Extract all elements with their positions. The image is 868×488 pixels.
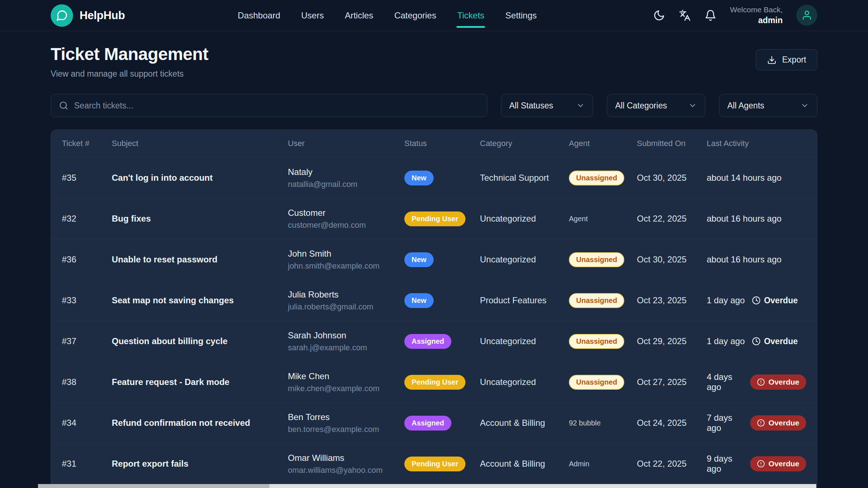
status-cell: New: [404, 252, 480, 267]
username: admin: [730, 15, 783, 26]
filter-bar: All Statuses All Categories All Agents: [51, 94, 817, 117]
agent-cell: Agent: [569, 215, 637, 223]
user-cell: John Smith john.smith@example.com: [288, 249, 404, 271]
status-badge: New: [404, 252, 434, 267]
user-cell: Ben Torres ben.torres@example.com: [288, 412, 404, 434]
search-input[interactable]: [74, 101, 479, 111]
agent-cell: 92 bubble: [569, 419, 637, 427]
nav-articles[interactable]: Articles: [344, 8, 374, 23]
last-activity-time: 4 days ago: [707, 372, 743, 392]
user-name: Julia Roberts: [288, 290, 404, 300]
user-name: Nataly: [288, 167, 404, 177]
ticket-number: #37: [62, 336, 112, 346]
ticket-number: #32: [62, 214, 112, 224]
status-badge: Pending User: [404, 211, 465, 226]
submitted-date: Oct 30, 2025: [637, 173, 707, 183]
ticket-subject: Can't log in into account: [112, 173, 288, 183]
agent-label: Admin: [569, 460, 590, 468]
main-content: Ticket Management View and manage all su…: [0, 44, 868, 488]
dark-mode-toggle[interactable]: [653, 9, 665, 21]
activity-cell: 9 days ago Overdue: [707, 454, 806, 474]
nav-categories[interactable]: Categories: [393, 8, 437, 23]
nav-users[interactable]: Users: [301, 8, 325, 23]
last-activity-time: 9 days ago: [707, 454, 743, 474]
table-row[interactable]: #36 Unable to reset password John Smith …: [51, 239, 817, 280]
last-activity-time: 7 days ago: [707, 413, 743, 433]
last-activity-time: about 16 hours ago: [707, 214, 782, 224]
user-email: omar.williams@yahoo.com: [288, 466, 404, 475]
status-filter-value: All Statuses: [509, 101, 553, 111]
agent-label: Unassigned: [569, 334, 624, 349]
user-name: John Smith: [288, 249, 404, 259]
activity-cell: 7 days ago Overdue: [707, 413, 806, 433]
chevron-down-icon: [800, 101, 809, 110]
ticket-subject: Question about billing cycle: [112, 336, 288, 346]
agent-label: 92 bubble: [569, 419, 601, 427]
nav-dashboard[interactable]: Dashboard: [237, 8, 281, 23]
status-cell: New: [404, 293, 480, 308]
col-agent: Agent: [569, 139, 637, 148]
user-avatar[interactable]: [796, 5, 817, 26]
category-label: Account & Billing: [480, 459, 569, 469]
ticket-number: #33: [62, 295, 112, 305]
notifications-button[interactable]: [705, 9, 716, 21]
ticket-number: #31: [62, 459, 112, 469]
status-filter-select[interactable]: All Statuses: [501, 94, 593, 117]
user-email: sarah.j@example.com: [288, 343, 404, 352]
col-subject: Subject: [112, 139, 288, 148]
clock-icon: [752, 337, 761, 346]
search-box: [51, 94, 487, 117]
brand-logo[interactable]: HelpHub: [51, 4, 125, 27]
last-activity-time: about 14 hours ago: [707, 173, 782, 183]
export-button[interactable]: Export: [756, 49, 817, 70]
brand-name: HelpHub: [80, 9, 125, 22]
status-cell: Pending User: [404, 375, 480, 390]
agent-cell: Unassigned: [569, 375, 637, 390]
activity-cell: 1 day ago Overdue: [707, 336, 806, 346]
table-row[interactable]: #35 Can't log in into account Nataly nat…: [51, 157, 817, 198]
activity-cell: 1 day ago Overdue: [707, 295, 806, 305]
user-cell: Sarah Johnson sarah.j@example.com: [288, 330, 404, 352]
overdue-label: Overdue: [769, 419, 799, 427]
table-row[interactable]: #34 Refund confirmation not received Ben…: [51, 402, 817, 443]
nav-settings[interactable]: Settings: [505, 8, 537, 23]
user-cell: Julia Roberts julia.roberts@gmail.com: [288, 290, 404, 312]
user-email: customer@demo.com: [288, 221, 404, 230]
agent-label: Unassigned: [569, 375, 624, 390]
category-label: Account & Billing: [480, 418, 569, 428]
col-status: Status: [404, 139, 480, 148]
scrollbar-thumb[interactable]: [38, 484, 269, 488]
activity-cell: 4 days ago Overdue: [707, 372, 806, 392]
translate-icon: [679, 9, 691, 21]
table-row[interactable]: #31 Report export fails Omar Williams om…: [51, 443, 817, 484]
table-row[interactable]: #38 Feature request - Dark mode Mike Che…: [51, 361, 817, 402]
submitted-date: Oct 27, 2025: [637, 377, 707, 387]
ticket-subject: Bug fixes: [112, 214, 288, 224]
agent-cell: Unassigned: [569, 171, 637, 185]
submitted-date: Oct 30, 2025: [637, 254, 707, 265]
activity-cell: about 16 hours ago: [707, 254, 806, 265]
ticket-subject: Seat map not saving changes: [112, 295, 288, 305]
user-cell: Omar Williams omar.williams@yahoo.com: [288, 453, 404, 475]
header-actions: Welcome Back, admin: [653, 5, 818, 26]
user-name: Ben Torres: [288, 412, 404, 422]
status-cell: Pending User: [404, 211, 480, 226]
overdue-indicator: Overdue: [752, 296, 797, 305]
language-button[interactable]: [679, 9, 691, 21]
nav-tickets[interactable]: Tickets: [456, 8, 485, 23]
download-icon: [767, 55, 776, 65]
user-cell: Mike Chen mike.chen@example.com: [288, 371, 404, 393]
ticket-number: #34: [62, 418, 112, 428]
overdue-label: Overdue: [764, 296, 797, 305]
chevron-down-icon: [576, 101, 585, 110]
submitted-date: Oct 29, 2025: [637, 336, 707, 346]
table-row[interactable]: #37 Question about billing cycle Sarah J…: [51, 321, 817, 361]
horizontal-scrollbar[interactable]: [38, 484, 816, 488]
user-email: natallia@gmail.com: [288, 180, 404, 189]
table-row[interactable]: #33 Seat map not saving changes Julia Ro…: [51, 280, 817, 321]
table-row[interactable]: #32 Bug fixes Customer customer@demo.com…: [51, 198, 817, 239]
ticket-subject: Report export fails: [112, 459, 288, 469]
category-filter-select[interactable]: All Categories: [607, 94, 705, 117]
agent-filter-select[interactable]: All Agents: [719, 94, 817, 117]
col-submitted-on: Submitted On: [637, 139, 707, 148]
